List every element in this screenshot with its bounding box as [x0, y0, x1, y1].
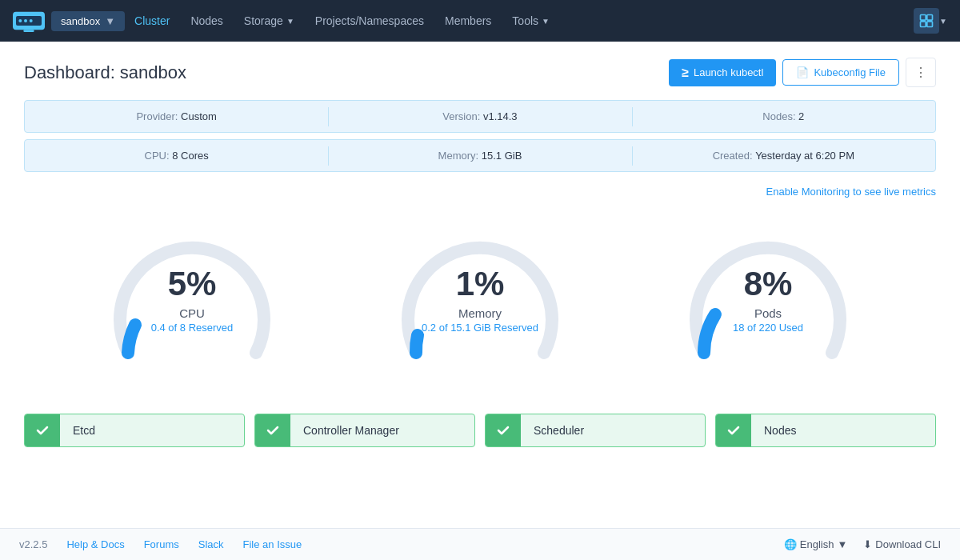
- sandbox-button[interactable]: sandbox ▼: [51, 11, 125, 31]
- page-title: Dashboard: sandbox: [24, 62, 186, 83]
- controller-check-icon: [255, 414, 290, 446]
- monitoring-link[interactable]: Enable Monitoring to see live metrics: [766, 186, 936, 198]
- nav-item-nodes[interactable]: Nodes: [181, 10, 232, 32]
- scheduler-label: Scheduler: [521, 414, 597, 446]
- cpu-percent: 5%: [151, 265, 234, 303]
- memory-value: 15.1 GiB: [482, 150, 522, 162]
- download-cli-label: Download CLI: [875, 538, 941, 550]
- nodes-status-label: Nodes: [751, 414, 809, 446]
- more-actions-button[interactable]: ⋮: [906, 58, 936, 87]
- sandbox-caret-icon: ▼: [105, 15, 115, 27]
- svg-point-3: [24, 19, 27, 22]
- kubectl-icon: ≥: [682, 66, 689, 80]
- footer-file-issue-link[interactable]: File an Issue: [243, 538, 302, 550]
- pods-gauge-center: 8% Pods 18 of 220 Used: [733, 265, 803, 334]
- status-section: Etcd Controller Manager Scheduler: [0, 401, 960, 463]
- nodes-status-card: Nodes: [715, 414, 936, 447]
- pods-percent: 8%: [733, 265, 803, 303]
- user-icon[interactable]: [914, 8, 939, 34]
- info-row-2: CPU: 8 Cores Memory: 15.1 GiB Created: Y…: [24, 139, 936, 172]
- download-icon: ⬇: [863, 538, 872, 550]
- memory-sublabel: 0.2 of 15.1 GiB Reserved: [422, 322, 538, 334]
- pods-gauge-label: Pods: [733, 306, 803, 320]
- memory-label: Memory:: [438, 150, 482, 162]
- navbar: sandbox ▼ Cluster Nodes Storage ▼ Projec…: [0, 0, 960, 42]
- launch-kubectl-button[interactable]: ≥ Launch kubectl: [669, 59, 776, 86]
- memory-percent: 1%: [422, 265, 538, 303]
- user-caret-icon[interactable]: ▼: [939, 17, 947, 26]
- etcd-check-icon: [25, 414, 60, 446]
- version-label: Version:: [442, 110, 483, 122]
- created-cell: Created: Yesterday at 6:20 PM: [632, 150, 935, 162]
- cpu-cell: CPU: 8 Cores: [25, 150, 328, 162]
- kubectl-label: Launch kubectl: [694, 66, 763, 78]
- svg-rect-6: [921, 15, 926, 21]
- language-label: English: [800, 538, 834, 550]
- footer-left: v2.2.5 Help & Docs Forums Slack File an …: [19, 538, 302, 550]
- nodes-value: 2: [798, 110, 804, 122]
- cpu-sublabel: 0.4 of 8 Reserved: [151, 322, 234, 334]
- tools-caret-icon: ▼: [542, 17, 550, 26]
- nav-item-tools[interactable]: Tools ▼: [502, 10, 559, 32]
- controller-manager-label: Controller Manager: [290, 414, 412, 446]
- info-row-1: Provider: Custom Version: v1.14.3 Nodes:…: [24, 100, 936, 133]
- footer-slack-link[interactable]: Slack: [198, 538, 224, 550]
- footer-version: v2.2.5: [19, 538, 47, 550]
- nav-item-members[interactable]: Members: [435, 10, 501, 32]
- memory-gauge-center: 1% Memory 0.2 of 15.1 GiB Reserved: [422, 265, 538, 334]
- pods-sublabel: 18 of 220 Used: [733, 322, 803, 334]
- sandbox-label: sandbox: [61, 15, 100, 27]
- download-cli-button[interactable]: ⬇ Download CLI: [863, 538, 941, 550]
- svg-rect-9: [927, 22, 933, 27]
- gauges-section: 5% CPU 0.4 of 8 Reserved 1% Memory 0.2 o…: [0, 201, 960, 401]
- svg-point-4: [30, 19, 33, 22]
- scheduler-check-icon: [486, 414, 521, 446]
- pods-gauge: 8% Pods 18 of 220 Used: [672, 217, 864, 377]
- nav-item-storage[interactable]: Storage ▼: [234, 10, 304, 32]
- header-actions: ≥ Launch kubectl 📄 Kubeconfig File ⋮: [669, 58, 936, 87]
- storage-caret-icon: ▼: [286, 17, 294, 26]
- version-value: v1.14.3: [483, 110, 518, 122]
- memory-gauge-label: Memory: [422, 306, 538, 320]
- language-caret-icon: ▼: [837, 538, 847, 550]
- cpu-value: 8 Cores: [172, 150, 209, 162]
- page-header: Dashboard: sandbox ≥ Launch kubectl 📄 Ku…: [0, 42, 960, 100]
- etcd-label: Etcd: [60, 414, 108, 446]
- cpu-gauge: 5% CPU 0.4 of 8 Reserved: [96, 217, 288, 377]
- footer: v2.2.5 Help & Docs Forums Slack File an …: [0, 528, 960, 560]
- cpu-label: CPU:: [145, 150, 173, 162]
- nodes-cell: Nodes: 2: [632, 110, 935, 122]
- controller-manager-status-card: Controller Manager: [254, 414, 475, 447]
- svg-point-2: [18, 19, 22, 22]
- svg-rect-7: [927, 15, 933, 21]
- main-content: Dashboard: sandbox ≥ Launch kubectl 📄 Ku…: [0, 42, 960, 528]
- created-value: Yesterday at 6:20 PM: [755, 150, 854, 162]
- footer-forums-link[interactable]: Forums: [144, 538, 179, 550]
- nav-item-cluster[interactable]: Cluster: [125, 10, 179, 32]
- info-section: Provider: Custom Version: v1.14.3 Nodes:…: [0, 100, 960, 172]
- etcd-status-card: Etcd: [24, 414, 245, 447]
- svg-rect-8: [921, 22, 926, 27]
- svg-rect-5: [23, 30, 34, 32]
- created-label: Created:: [713, 150, 755, 162]
- memory-cell: Memory: 15.1 GiB: [328, 150, 631, 162]
- logo[interactable]: [13, 6, 45, 35]
- cpu-gauge-center: 5% CPU 0.4 of 8 Reserved: [151, 265, 234, 334]
- globe-icon: 🌐: [784, 538, 797, 550]
- nodes-label: Nodes:: [762, 110, 798, 122]
- nodes-check-icon: [716, 414, 751, 446]
- provider-cell: Provider: Custom: [25, 110, 328, 122]
- footer-right: 🌐 English ▼ ⬇ Download CLI: [784, 538, 941, 550]
- nav-items: Cluster Nodes Storage ▼ Projects/Namespa…: [125, 10, 914, 32]
- nav-item-projects[interactable]: Projects/Namespaces: [306, 10, 434, 32]
- kubeconfig-icon: 📄: [796, 66, 809, 78]
- scheduler-status-card: Scheduler: [485, 414, 706, 447]
- version-cell: Version: v1.14.3: [328, 110, 631, 122]
- cpu-gauge-label: CPU: [151, 306, 234, 320]
- kubeconfig-label: Kubeconfig File: [814, 66, 886, 78]
- kubeconfig-button[interactable]: 📄 Kubeconfig File: [782, 59, 899, 86]
- footer-help-docs-link[interactable]: Help & Docs: [66, 538, 124, 550]
- language-selector[interactable]: 🌐 English ▼: [784, 538, 848, 550]
- provider-label: Provider:: [136, 110, 181, 122]
- provider-value: Custom: [181, 110, 217, 122]
